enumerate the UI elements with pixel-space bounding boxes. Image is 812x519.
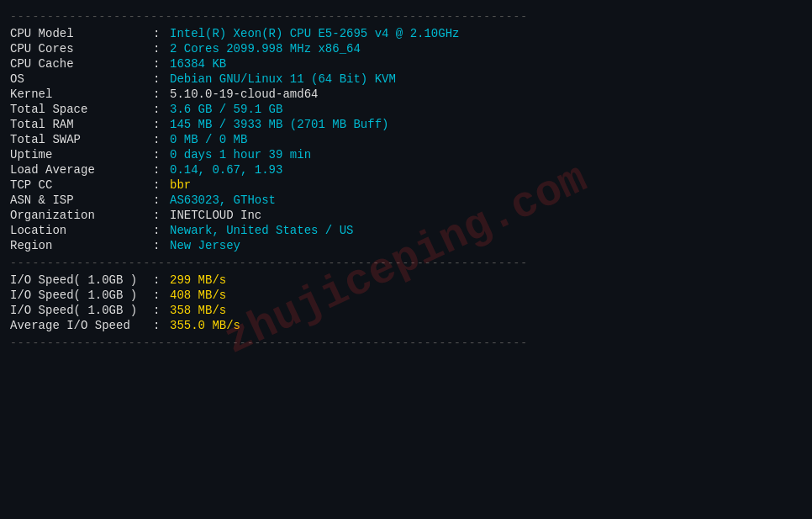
row-value: New Jersey [170, 238, 802, 253]
row-value: INETCLOUD Inc [170, 208, 802, 223]
row-sep: : [153, 102, 170, 117]
row-sep: : [153, 71, 170, 87]
table-row: I/O Speed( 1.0GB ):299 MB/s [10, 273, 802, 288]
row-value: 0 days 1 hour 39 min [170, 147, 802, 162]
row-sep: : [153, 318, 170, 333]
row-value: Intel(R) Xeon(R) CPU E5-2695 v4 @ 2.10GH… [170, 26, 802, 41]
row-sep: : [153, 162, 170, 177]
table-row: Organization:INETCLOUD Inc [10, 208, 802, 223]
row-value: 145 MB / 3933 MB (2701 MB Buff) [170, 117, 802, 132]
table-row: TCP CC:bbr [10, 177, 802, 193]
system-info-table: CPU Model:Intel(R) Xeon(R) CPU E5-2695 v… [10, 26, 802, 253]
row-value: 0.14, 0.67, 1.93 [170, 162, 802, 177]
row-sep: : [153, 223, 170, 238]
row-value: 2 Cores 2099.998 MHz x86_64 [170, 41, 802, 56]
table-row: Total Space:3.6 GB / 59.1 GB [10, 102, 802, 117]
divider-mid: ----------------------------------------… [10, 257, 802, 269]
io-table: I/O Speed( 1.0GB ):299 MB/sI/O Speed( 1.… [10, 273, 802, 333]
row-label: I/O Speed( 1.0GB ) [10, 273, 153, 288]
row-value: 358 MB/s [170, 303, 802, 318]
row-sep: : [153, 288, 170, 303]
table-row: CPU Cache:16384 KB [10, 56, 802, 71]
row-value: 3.6 GB / 59.1 GB [170, 102, 802, 117]
row-label: Total RAM [10, 117, 153, 132]
row-sep: : [153, 56, 170, 71]
row-label: Region [10, 238, 153, 253]
row-label: ASN & ISP [10, 193, 153, 208]
row-value: 299 MB/s [170, 273, 802, 288]
row-value: Newark, United States / US [170, 223, 802, 238]
row-value: Debian GNU/Linux 11 (64 Bit) KVM [170, 71, 802, 87]
row-value: 16384 KB [170, 56, 802, 71]
row-label: CPU Cache [10, 56, 153, 71]
row-label: Total Space [10, 102, 153, 117]
row-label: Average I/O Speed [10, 318, 153, 333]
system-info-section: CPU Model:Intel(R) Xeon(R) CPU E5-2695 v… [10, 26, 802, 253]
row-sep: : [153, 177, 170, 193]
row-label: TCP CC [10, 177, 153, 193]
row-label: Uptime [10, 147, 153, 162]
table-row: Total RAM:145 MB / 3933 MB (2701 MB Buff… [10, 117, 802, 132]
row-sep: : [153, 147, 170, 162]
row-value: 355.0 MB/s [170, 318, 802, 333]
row-label: Load Average [10, 162, 153, 177]
row-label: I/O Speed( 1.0GB ) [10, 288, 153, 303]
row-label: Kernel [10, 87, 153, 102]
row-sep: : [153, 26, 170, 41]
row-sep: : [153, 41, 170, 56]
table-row: Load Average:0.14, 0.67, 1.93 [10, 162, 802, 177]
table-row: Uptime:0 days 1 hour 39 min [10, 147, 802, 162]
table-row: Kernel:5.10.0-19-cloud-amd64 [10, 87, 802, 102]
row-sep: : [153, 87, 170, 102]
table-row: I/O Speed( 1.0GB ):408 MB/s [10, 288, 802, 303]
row-value: 0 MB / 0 MB [170, 132, 802, 147]
table-row: ASN & ISP:AS63023, GTHost [10, 193, 802, 208]
io-section: I/O Speed( 1.0GB ):299 MB/sI/O Speed( 1.… [10, 273, 802, 333]
row-label: CPU Model [10, 26, 153, 41]
row-label: OS [10, 71, 153, 87]
row-sep: : [153, 117, 170, 132]
row-label: I/O Speed( 1.0GB ) [10, 303, 153, 318]
table-row: Average I/O Speed:355.0 MB/s [10, 318, 802, 333]
table-row: Location:Newark, United States / US [10, 223, 802, 238]
table-row: Total SWAP:0 MB / 0 MB [10, 132, 802, 147]
divider-bot: ----------------------------------------… [10, 336, 802, 349]
row-value: AS63023, GTHost [170, 193, 802, 208]
table-row: I/O Speed( 1.0GB ):358 MB/s [10, 303, 802, 318]
row-sep: : [153, 132, 170, 147]
row-sep: : [153, 303, 170, 318]
row-label: CPU Cores [10, 41, 153, 56]
table-row: CPU Model:Intel(R) Xeon(R) CPU E5-2695 v… [10, 26, 802, 41]
row-value: bbr [170, 177, 802, 193]
table-row: Region:New Jersey [10, 238, 802, 253]
divider-top: ----------------------------------------… [10, 10, 802, 23]
table-row: CPU Cores:2 Cores 2099.998 MHz x86_64 [10, 41, 802, 56]
row-label: Organization [10, 208, 153, 223]
table-row: OS:Debian GNU/Linux 11 (64 Bit) KVM [10, 71, 802, 87]
row-sep: : [153, 273, 170, 288]
row-value: 408 MB/s [170, 288, 802, 303]
row-sep: : [153, 193, 170, 208]
row-label: Location [10, 223, 153, 238]
row-sep: : [153, 238, 170, 253]
row-value: 5.10.0-19-cloud-amd64 [170, 87, 802, 102]
row-sep: : [153, 208, 170, 223]
row-label: Total SWAP [10, 132, 153, 147]
